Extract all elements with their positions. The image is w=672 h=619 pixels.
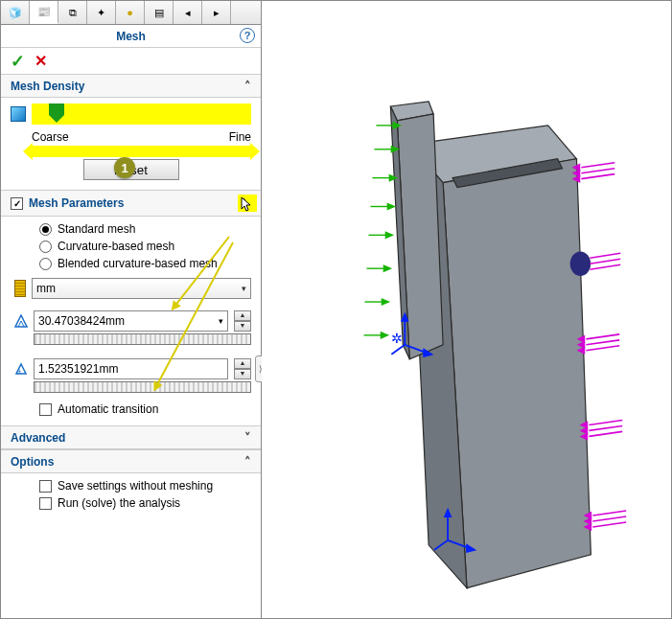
svg-line-46: [592, 511, 626, 516]
sphere-icon: ●: [127, 7, 133, 18]
tolerance-icon: ±: [14, 362, 28, 376]
automatic-transition-row[interactable]: Automatic transition: [1, 401, 261, 418]
document-icon: 📰: [37, 6, 51, 18]
unit-value: mm: [36, 282, 56, 295]
svg-marker-15: [387, 204, 394, 210]
tolerance-input[interactable]: 1.52351921mm: [34, 358, 228, 379]
chevron-up-icon: ˄: [244, 79, 251, 93]
svg-marker-2: [443, 159, 591, 588]
radio-icon: [39, 258, 52, 270]
svg-marker-21: [382, 299, 388, 305]
svg-text:✲: ✲: [391, 331, 403, 346]
target-icon: ✦: [97, 7, 105, 19]
mesh-property-panel: 🧊 📰 ⧉ ✦ ● ▤ ◂ ▸ Mesh ? ✓ ✕ Mesh Density …: [1, 1, 262, 618]
spin-up[interactable]: ▲: [234, 358, 251, 369]
mesh-parameters-body: Standard mesh Curvature-based mesh Blend…: [1, 217, 261, 426]
svg-line-44: [589, 431, 622, 436]
global-size-slider[interactable]: [34, 333, 251, 345]
spin-up[interactable]: ▲: [234, 310, 251, 321]
panel-title-row: Mesh ?: [1, 25, 261, 48]
slider-thumb[interactable]: [49, 103, 64, 123]
save-settings-label: Save settings without meshing: [58, 479, 213, 493]
unit-select[interactable]: mm ▾: [32, 278, 251, 299]
help-button[interactable]: ?: [240, 28, 255, 43]
chevron-down-icon: ▾: [219, 316, 223, 326]
options-body: Save settings without meshing Run (solve…: [1, 473, 261, 519]
svg-line-32: [590, 259, 620, 264]
mesh-parameters-header[interactable]: Mesh Parameters ˄: [1, 191, 261, 217]
svg-line-26: [581, 169, 614, 173]
tab-scroll-right[interactable]: ▸: [202, 1, 231, 24]
svg-line-24: [581, 163, 614, 168]
spin-down[interactable]: ▼: [234, 321, 251, 332]
svg-line-40: [589, 420, 622, 424]
radio-label: Curvature-based mesh: [58, 240, 174, 253]
chevron-left-icon: ◂: [185, 7, 191, 19]
svg-line-34: [586, 334, 619, 339]
cancel-button[interactable]: ✕: [35, 52, 47, 70]
radio-icon: [39, 223, 52, 236]
panel-title: Mesh: [116, 30, 146, 43]
radio-standard-mesh[interactable]: Standard mesh: [1, 220, 261, 238]
tolerance-value: 1.52351921mm: [38, 362, 118, 376]
run-solve-checkbox[interactable]: [39, 497, 52, 510]
svg-marker-23: [381, 332, 387, 338]
svg-marker-17: [385, 232, 392, 238]
ok-button[interactable]: ✓: [11, 51, 25, 72]
global-size-spinner[interactable]: ▲ ▼: [234, 310, 251, 332]
mesh-density-header[interactable]: Mesh Density ˄: [1, 75, 261, 98]
coarse-label: Coarse: [32, 130, 69, 144]
tolerance-slider[interactable]: [34, 381, 251, 393]
cube-icon: 🧊: [9, 7, 22, 19]
svg-line-33: [590, 264, 620, 269]
automatic-transition-label: Automatic transition: [58, 402, 158, 416]
svg-text:±: ±: [17, 367, 22, 376]
tab-appearance[interactable]: ●: [116, 1, 145, 24]
cursor-icon: [241, 196, 254, 212]
save-settings-row[interactable]: Save settings without meshing: [1, 477, 261, 494]
study-icon: ▤: [154, 7, 164, 19]
mesh-density-body: Coarse Fine 1 Reset: [1, 98, 261, 191]
run-solve-row[interactable]: Run (solve) the analysis: [1, 494, 261, 512]
spin-down[interactable]: ▼: [234, 369, 251, 379]
collapse-highlight[interactable]: ˄: [238, 195, 257, 212]
svg-line-56: [391, 345, 405, 355]
tab-dimxpert[interactable]: ✦: [87, 1, 116, 24]
chevron-up-icon: ˄: [244, 454, 251, 469]
svg-point-30: [570, 252, 590, 275]
mesh-parameters-checkbox[interactable]: [11, 197, 23, 210]
advanced-header[interactable]: Advanced ˅: [1, 426, 261, 449]
density-range-arrow: [32, 146, 251, 157]
run-solve-label: Run (solve) the analysis: [58, 496, 180, 510]
global-size-input[interactable]: 30.47038424mm ▾: [34, 310, 228, 332]
chevron-right-icon: ▸: [214, 7, 220, 19]
svg-line-38: [586, 346, 619, 351]
tolerance-spinner[interactable]: ▲ ▼: [234, 358, 251, 379]
options-label: Options: [11, 455, 54, 469]
graphics-viewport[interactable]: ✲: [262, 1, 671, 618]
tab-study[interactable]: ▤: [145, 1, 174, 24]
radio-label: Standard mesh: [58, 222, 135, 236]
save-settings-checkbox[interactable]: [39, 480, 52, 493]
tab-property-manager[interactable]: 📰: [30, 1, 58, 24]
options-header[interactable]: Options ˄: [1, 449, 261, 473]
svg-line-48: [592, 516, 626, 521]
model-view: ✲: [262, 1, 671, 618]
density-slider[interactable]: [32, 103, 251, 125]
ruler-icon: [14, 280, 26, 297]
tab-feature-tree[interactable]: 🧊: [1, 1, 30, 24]
automatic-transition-checkbox[interactable]: [39, 403, 52, 416]
tab-configuration[interactable]: ⧉: [58, 1, 87, 24]
radio-icon: [39, 241, 52, 253]
advanced-label: Advanced: [11, 431, 65, 445]
svg-line-42: [589, 425, 622, 430]
global-size-value: 30.47038424mm: [38, 314, 125, 328]
tab-scroll-left[interactable]: ◂: [174, 1, 202, 24]
feature-manager-tabs: 🧊 📰 ⧉ ✦ ● ▤ ◂ ▸: [1, 1, 261, 25]
mesh-icon: [11, 106, 26, 122]
confirm-row: ✓ ✕: [1, 48, 261, 75]
radio-label: Blended curvature-based mesh: [58, 257, 218, 270]
svg-line-28: [581, 174, 614, 179]
svg-line-36: [586, 340, 619, 345]
svg-line-50: [592, 522, 626, 527]
